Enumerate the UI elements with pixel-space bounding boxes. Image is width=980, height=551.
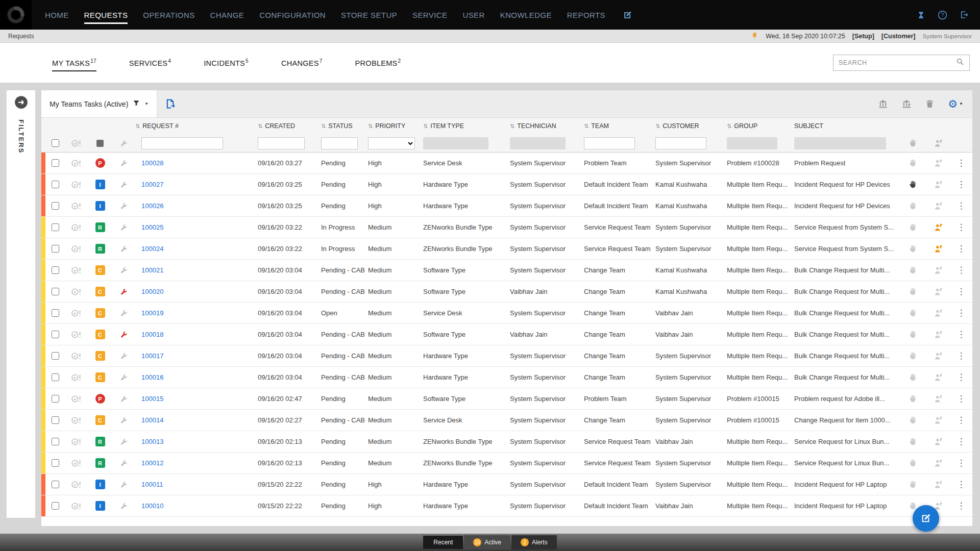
row-menu-button[interactable]: ⋮: [952, 174, 970, 195]
close-complete-icon[interactable]: [65, 495, 88, 516]
close-complete-icon[interactable]: [65, 153, 88, 173]
col-group[interactable]: ⇅GROUP: [727, 118, 794, 134]
col-priority[interactable]: ⇅PRIORITY: [368, 118, 423, 134]
nav-user[interactable]: USER: [462, 0, 484, 30]
nav-requests[interactable]: REQUESTS: [84, 0, 128, 30]
compose-icon[interactable]: [623, 10, 632, 20]
close-complete-icon[interactable]: [65, 388, 88, 409]
request-link[interactable]: 100018: [141, 331, 163, 338]
setup-link[interactable]: [Setup]: [852, 33, 874, 40]
bottombar-alerts[interactable]: 2 Alerts: [511, 535, 557, 549]
close-complete-icon[interactable]: [65, 431, 88, 452]
row-checkbox[interactable]: [52, 502, 59, 510]
row-checkbox[interactable]: [52, 202, 59, 210]
request-link[interactable]: 100010: [141, 502, 163, 510]
close-complete-icon[interactable]: [65, 195, 88, 216]
app-logo[interactable]: [0, 0, 32, 30]
created-filter[interactable]: [258, 137, 305, 149]
tab-services[interactable]: SERVICES4: [129, 54, 171, 71]
request-link[interactable]: 100024: [141, 245, 163, 253]
select-all-checkbox[interactable]: [52, 139, 59, 147]
nav-service[interactable]: SERVICE: [412, 0, 447, 30]
settings-menu[interactable]: ⚙ ▼: [948, 98, 963, 110]
nav-store-setup[interactable]: STORE SETUP: [341, 0, 397, 30]
close-complete-icon[interactable]: [65, 238, 88, 259]
row-menu-button[interactable]: ⋮: [952, 195, 970, 216]
close-complete-icon[interactable]: [65, 260, 88, 281]
tab-incidents[interactable]: INCIDENTS5: [204, 54, 249, 71]
request-link[interactable]: 100014: [141, 416, 163, 424]
request-link[interactable]: 100020: [141, 288, 163, 295]
view-selector[interactable]: My Teams Tasks (Active) ▼: [41, 90, 157, 117]
nav-home[interactable]: HOME: [45, 0, 69, 30]
row-checkbox[interactable]: [52, 352, 59, 360]
row-menu-button[interactable]: ⋮: [952, 431, 970, 452]
row-menu-button[interactable]: ⋮: [952, 474, 970, 495]
trash-icon[interactable]: [925, 99, 935, 109]
row-menu-button[interactable]: ⋮: [952, 281, 970, 302]
col-team[interactable]: ⇅TEAM: [584, 118, 655, 134]
row-checkbox[interactable]: [52, 459, 59, 467]
row-menu-button[interactable]: ⋮: [952, 367, 970, 388]
row-checkbox[interactable]: [52, 309, 59, 317]
close-complete-icon[interactable]: [65, 303, 88, 323]
row-checkbox[interactable]: [52, 245, 59, 253]
team-filter[interactable]: [584, 137, 635, 149]
close-complete-icon[interactable]: [65, 367, 88, 388]
close-complete-icon[interactable]: [65, 281, 88, 302]
nav-knowledge[interactable]: KNOWLEDGE: [500, 0, 552, 30]
nav-operations[interactable]: OPERATIONS: [143, 0, 194, 30]
col-customer[interactable]: ⇅CUSTOMER: [655, 118, 727, 134]
row-checkbox[interactable]: [52, 181, 59, 188]
customer-link[interactable]: [Customer]: [881, 33, 916, 40]
col-request-number[interactable]: ⇅REQUEST #: [135, 118, 258, 134]
bottombar-recent[interactable]: Recent: [423, 536, 463, 549]
close-complete-icon[interactable]: [65, 453, 88, 473]
col-subject[interactable]: SUBJECT: [794, 118, 899, 134]
org-user-icon[interactable]: [901, 99, 912, 109]
close-complete-icon[interactable]: [65, 324, 88, 345]
close-complete-icon[interactable]: [65, 410, 88, 431]
request-link[interactable]: 100016: [141, 373, 163, 381]
nav-reports[interactable]: REPORTS: [567, 0, 605, 30]
request-link[interactable]: 100013: [141, 438, 163, 445]
hourglass-icon[interactable]: [917, 11, 925, 19]
row-menu-button[interactable]: ⋮: [952, 410, 970, 431]
row-checkbox[interactable]: [52, 481, 59, 488]
tab-my-tasks[interactable]: MY TASKS17: [52, 54, 96, 71]
nav-configuration[interactable]: CONFIGURATION: [259, 0, 326, 30]
row-checkbox[interactable]: [52, 266, 59, 274]
request-link[interactable]: 100027: [141, 181, 163, 188]
help-icon[interactable]: ?: [938, 10, 947, 20]
row-checkbox[interactable]: [52, 159, 59, 167]
close-complete-icon[interactable]: [65, 217, 88, 238]
row-menu-button[interactable]: ⋮: [952, 303, 970, 323]
bottombar-active[interactable]: 15 Active: [464, 535, 510, 549]
col-item-type[interactable]: ⇅ITEM TYPE: [423, 118, 510, 134]
row-menu-button[interactable]: ⋮: [952, 453, 970, 473]
row-checkbox[interactable]: [52, 395, 59, 403]
col-status[interactable]: ⇅STATUS: [321, 118, 368, 134]
row-checkbox[interactable]: [52, 288, 59, 295]
close-complete-icon[interactable]: [65, 345, 88, 366]
tab-changes[interactable]: CHANGES7: [281, 54, 323, 71]
priority-filter[interactable]: [368, 137, 415, 149]
request-link[interactable]: 100028: [141, 159, 163, 167]
row-checkbox[interactable]: [52, 416, 59, 424]
close-complete-icon[interactable]: [65, 474, 88, 495]
row-menu-button[interactable]: ⋮: [952, 388, 970, 409]
status-filter[interactable]: [321, 137, 358, 149]
expand-filters-button[interactable]: [14, 95, 28, 109]
row-menu-button[interactable]: ⋮: [952, 345, 970, 366]
row-checkbox[interactable]: [52, 223, 59, 231]
customer-filter[interactable]: [655, 137, 706, 149]
request-link[interactable]: 100011: [141, 481, 163, 488]
request-link[interactable]: 100015: [141, 395, 163, 403]
new-request-fab[interactable]: [913, 505, 939, 532]
export-icon[interactable]: [164, 98, 176, 110]
row-menu-button[interactable]: ⋮: [952, 495, 970, 516]
tab-problems[interactable]: PROBLEMS2: [355, 54, 401, 71]
request-link[interactable]: 100012: [141, 459, 163, 467]
nav-change[interactable]: CHANGE: [210, 0, 244, 30]
notification-bell-icon[interactable]: [751, 32, 758, 41]
